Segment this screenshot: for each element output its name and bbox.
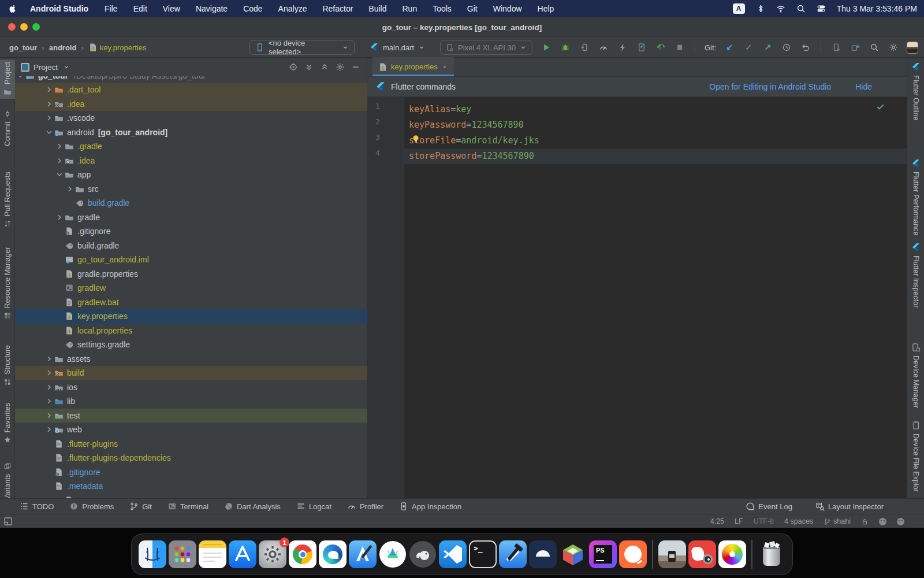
- tree-item-gradlew[interactable]: gradlew: [15, 281, 367, 295]
- file-encoding[interactable]: UTF-8: [754, 517, 774, 525]
- stop-button[interactable]: [674, 42, 685, 53]
- menu-item-refactor[interactable]: Refactor: [322, 4, 353, 13]
- tree-item-.vscode[interactable]: .vscode: [15, 111, 367, 125]
- tree-item-.gitignore[interactable]: .gitignore: [15, 465, 367, 480]
- menu-item-navigate[interactable]: Navigate: [196, 4, 228, 13]
- tree-item-.idea[interactable]: .idea: [15, 154, 367, 168]
- code-lines[interactable]: keyAlias=keykeyPassword=1234567890storeF…: [409, 102, 907, 164]
- code-line-1[interactable]: keyAlias=key: [409, 102, 907, 117]
- expand-chevron-icon[interactable]: [44, 354, 54, 364]
- dock-edge-icon[interactable]: [319, 540, 346, 568]
- dock-winthumb1-icon[interactable]: [658, 540, 686, 568]
- tab-key-properties[interactable]: key.properties: [372, 57, 454, 76]
- tool-strip-commit[interactable]: Commit: [0, 107, 15, 149]
- dock-androidstudio-icon[interactable]: [379, 540, 407, 568]
- dock-cube-icon[interactable]: [559, 540, 587, 568]
- tree-item-assets[interactable]: assets: [15, 352, 367, 366]
- tree-item-.metadata[interactable]: .metadata: [15, 479, 367, 494]
- tree-item-test[interactable]: test: [15, 409, 367, 423]
- tool-strip-flutter-outline[interactable]: Flutter Outline: [907, 62, 924, 121]
- menu-item-file[interactable]: File: [105, 4, 118, 13]
- dock-finder-icon[interactable]: [139, 540, 166, 568]
- device-manager-button[interactable]: [830, 42, 842, 53]
- menu-item-tools[interactable]: Tools: [433, 4, 452, 13]
- menu-item-git[interactable]: Git: [467, 4, 478, 13]
- run-button[interactable]: [541, 42, 552, 53]
- sync-project-button[interactable]: [850, 42, 861, 53]
- attach-debugger-button[interactable]: [579, 42, 590, 53]
- expand-chevron-icon[interactable]: [65, 184, 75, 194]
- feedback-smiley-icon[interactable]: [897, 518, 904, 525]
- dock-sysprefs-icon[interactable]: 1: [259, 540, 286, 568]
- tree-item-build.gradle[interactable]: build.gradle: [15, 239, 367, 253]
- tool-strip-flutter-inspector[interactable]: Flutter Inspector: [907, 243, 924, 307]
- menu-item-edit[interactable]: Edit: [133, 4, 147, 13]
- git-push-button[interactable]: ↗: [762, 42, 773, 53]
- tool-button-event-log[interactable]: Event Log: [746, 502, 792, 511]
- apple-logo-icon[interactable]: [8, 4, 17, 13]
- tree-item-clipped[interactable]: [15, 494, 367, 499]
- menu-item-code[interactable]: Code: [243, 4, 262, 13]
- menu-item-build[interactable]: Build: [368, 4, 386, 13]
- dock-eyeapp-icon[interactable]: [529, 540, 557, 568]
- expand-all-button[interactable]: [304, 62, 314, 72]
- code-line-2[interactable]: keyPassword=1234567890: [409, 117, 907, 133]
- expand-chevron-icon[interactable]: [54, 156, 65, 165]
- menu-clock[interactable]: Thu 3 Mar 3:53:46 PM: [837, 4, 917, 13]
- wifi-icon[interactable]: [776, 4, 785, 13]
- dock-trash-icon[interactable]: [758, 540, 785, 568]
- menu-item-help[interactable]: Help: [538, 4, 554, 13]
- tool-button-profiler[interactable]: Profiler: [347, 502, 383, 511]
- expand-chevron-icon[interactable]: [44, 99, 54, 109]
- tree-item-build.gradle[interactable]: build.gradle: [15, 196, 367, 210]
- inspections-ok-icon[interactable]: [876, 102, 885, 111]
- project-panel-title[interactable]: Project: [33, 63, 58, 72]
- tool-button-terminal[interactable]: Terminal: [167, 502, 208, 511]
- code-line-4[interactable]: storePassword=1234567890: [409, 149, 907, 164]
- collapse-all-button[interactable]: [319, 62, 330, 72]
- tool-button-logcat[interactable]: Logcat: [296, 502, 331, 511]
- hide-button[interactable]: [351, 62, 361, 72]
- tree-item-go_tour_android.iml[interactable]: go_tour_android.iml: [15, 253, 367, 267]
- flutter-attach-button[interactable]: [636, 42, 647, 53]
- dock-phpstorm-icon[interactable]: PS: [589, 540, 617, 568]
- tree-item-src[interactable]: src: [15, 182, 367, 197]
- tool-button-git[interactable]: Git: [129, 502, 152, 511]
- tool-button-todo[interactable]: TODO: [20, 502, 54, 511]
- tool-strip-resource-manager[interactable]: Resource Manager: [0, 244, 15, 323]
- git-update-button[interactable]: ↙: [724, 42, 735, 53]
- expand-chevron-icon[interactable]: [54, 170, 65, 179]
- caret-position[interactable]: 4:25: [710, 517, 724, 525]
- expand-chevron-icon[interactable]: [44, 425, 54, 434]
- device-selector-dropdown[interactable]: <no device selected>: [249, 40, 355, 55]
- breadcrumb-module[interactable]: android: [49, 43, 77, 52]
- dock-winthumb2-icon[interactable]: [688, 540, 716, 568]
- tree-item-lib[interactable]: lib: [15, 394, 367, 409]
- tree-item-settings.gradle[interactable]: settings.gradle: [15, 338, 367, 352]
- tree-item-gradlew.bat[interactable]: gradlew.bat: [15, 295, 367, 310]
- chevron-down-icon[interactable]: [63, 64, 70, 71]
- menu-item-view[interactable]: View: [163, 4, 180, 13]
- api-target-dropdown[interactable]: Pixel 4 XL API 30: [440, 40, 532, 55]
- menu-app-name[interactable]: Android Studio: [30, 4, 88, 13]
- tool-button-problems[interactable]: Problems: [69, 502, 114, 511]
- expand-chevron-icon[interactable]: [44, 368, 54, 377]
- tree-item-app[interactable]: app: [15, 168, 367, 182]
- dock-appstore-icon[interactable]: [229, 540, 256, 568]
- tree-item-ios[interactable]: ios: [15, 380, 367, 395]
- expand-chevron-icon[interactable]: [44, 397, 54, 406]
- open-in-android-studio-link[interactable]: Open for Editing in Android Studio: [709, 82, 831, 91]
- git-rollback-button[interactable]: [800, 42, 811, 53]
- tree-item-key.properties[interactable]: key.properties: [15, 309, 367, 324]
- dock-notes-icon[interactable]: [199, 540, 226, 568]
- editor-area[interactable]: key.properties Flutter commands Open for…: [367, 58, 907, 498]
- dock-gradle-icon[interactable]: [409, 540, 437, 568]
- dock-chrome-icon[interactable]: [289, 540, 316, 568]
- tool-strip-pull-requests[interactable]: Pull Requests: [0, 169, 15, 231]
- expand-chevron-icon[interactable]: [44, 113, 54, 123]
- apply-changes-button[interactable]: [617, 42, 628, 53]
- debug-button[interactable]: [560, 42, 571, 53]
- dock-vscode-icon[interactable]: [439, 540, 467, 568]
- git-history-button[interactable]: [781, 42, 792, 53]
- tree-item-.idea[interactable]: .idea: [15, 97, 367, 112]
